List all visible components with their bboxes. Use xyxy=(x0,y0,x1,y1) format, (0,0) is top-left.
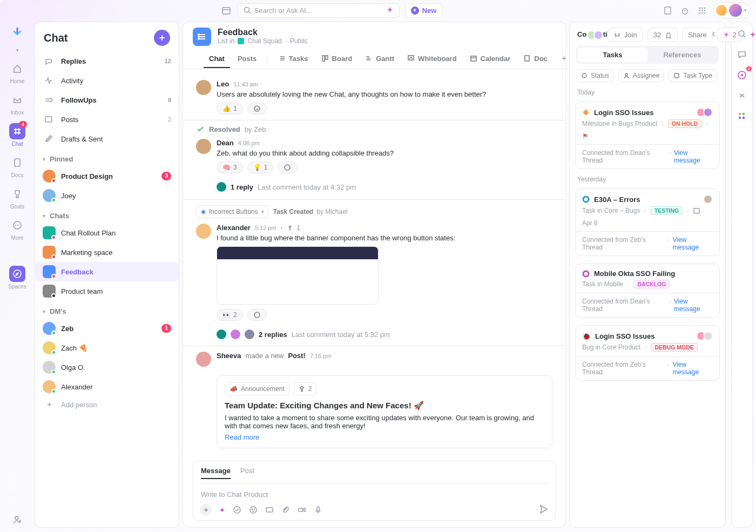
sidebar-replies[interactable]: Replies12 xyxy=(35,51,179,71)
section-chats[interactable]: ▾Chats xyxy=(35,205,179,223)
tab-chat[interactable]: Chat xyxy=(204,50,230,68)
rail-chat[interactable]: 4Chat xyxy=(4,123,30,147)
new-button[interactable]: + New xyxy=(405,3,443,18)
tab-tasks[interactable]: Tasks xyxy=(273,50,314,68)
reaction[interactable]: 🧠3 xyxy=(217,161,243,173)
post-card[interactable]: 📣Announcement 2 Team Update: Exciting Ch… xyxy=(217,375,552,448)
task-chip[interactable]: Incorrect Buttons▾ xyxy=(196,205,269,218)
chat-item-active[interactable]: Feedback xyxy=(35,262,179,281)
app-logo[interactable] xyxy=(10,25,25,40)
ai-icon[interactable]: ✦ xyxy=(219,506,225,514)
author-name[interactable]: Leo xyxy=(217,80,229,88)
tab-gantt[interactable]: Gantt xyxy=(360,50,400,68)
reaction[interactable]: 👀2 xyxy=(217,309,243,321)
dm-item[interactable]: Alexander xyxy=(35,377,179,396)
thread-summary[interactable]: 1 reply Last comment today at 4:32 pm xyxy=(183,179,565,192)
filter-status[interactable]: Status xyxy=(576,69,614,82)
section-dms[interactable]: ▾DM's xyxy=(35,301,179,319)
composer-tab-post[interactable]: Post xyxy=(240,467,254,479)
search-icon[interactable] xyxy=(735,28,748,41)
task-icon[interactable] xyxy=(233,506,241,514)
add-reaction[interactable] xyxy=(247,309,267,321)
sidebar-activity[interactable]: Activity xyxy=(35,71,179,90)
tab-whiteboard[interactable]: Whiteboard xyxy=(402,50,462,68)
rail-spaces[interactable]: Spaces xyxy=(4,266,30,289)
sidebar-drafts[interactable]: Drafts & Sent xyxy=(35,129,179,149)
view-message-link[interactable]: View message xyxy=(674,298,713,313)
dm-item[interactable]: Zeb1 xyxy=(35,319,179,338)
image-attachment[interactable] xyxy=(217,246,379,305)
calendar-icon[interactable] xyxy=(220,4,232,16)
tab-posts[interactable]: Posts xyxy=(232,50,262,68)
member-avatars[interactable] xyxy=(589,30,603,40)
rail-home[interactable]: Home xyxy=(4,60,30,84)
apps-grid-icon[interactable] xyxy=(735,110,748,123)
chat-item[interactable]: Product team xyxy=(35,281,179,301)
member-count[interactable]: 32 xyxy=(647,28,678,42)
notepad-icon[interactable] xyxy=(662,4,673,16)
composer-add-button[interactable]: ＋ xyxy=(200,504,212,516)
add-view[interactable]: ＋ xyxy=(555,49,573,69)
chevron-down-icon[interactable]: ▾ xyxy=(16,48,19,53)
new-chat-button[interactable]: + xyxy=(154,30,170,46)
conn-tab-tasks[interactable]: Tasks xyxy=(578,48,647,62)
section-pinned[interactable]: ▾Pinned xyxy=(35,149,179,166)
connect-icon[interactable] xyxy=(735,89,748,102)
rail-goals[interactable]: Goals xyxy=(4,186,30,210)
add-person[interactable]: ＋Add person xyxy=(35,396,179,413)
connection-card[interactable]: E30A – Errors Task in Core – Bugs·TESTIN… xyxy=(575,188,720,256)
join-button[interactable]: Join xyxy=(608,28,643,42)
share-button[interactable]: Share xyxy=(682,28,713,42)
tab-calendar[interactable]: Calendar xyxy=(464,50,516,68)
post-tag[interactable]: 📣Announcement xyxy=(225,382,289,395)
author-name[interactable]: Sheeva xyxy=(217,352,241,360)
chat-item[interactable]: Chat Rollout Plan xyxy=(35,223,179,243)
send-button[interactable] xyxy=(539,505,549,515)
connection-card[interactable]: Login SSO Issues Milestone in Bugs Produ… xyxy=(575,102,720,169)
view-message-link[interactable]: View message xyxy=(672,361,713,376)
reaction[interactable]: 💡1 xyxy=(247,161,274,173)
pinned-item[interactable]: Joey xyxy=(35,186,179,205)
rail-docs[interactable]: Docs xyxy=(4,154,30,178)
emoji-icon[interactable] xyxy=(249,506,258,514)
mic-icon[interactable] xyxy=(314,506,322,514)
breadcrumb[interactable]: List in Chat Squad · Public xyxy=(218,37,583,45)
pin-count[interactable]: 2 xyxy=(294,382,317,395)
tab-doc[interactable]: Doc xyxy=(518,50,553,68)
gif-icon[interactable] xyxy=(265,506,274,514)
dm-item[interactable]: Olga O. xyxy=(35,358,179,377)
global-search[interactable]: Search or Ask AI... xyxy=(238,3,400,18)
filter-assignee[interactable]: Assignee xyxy=(618,69,664,82)
conn-tab-refs[interactable]: References xyxy=(647,48,717,62)
profile-menu[interactable]: ▾ xyxy=(713,2,750,18)
dm-item[interactable]: Zach 🍕 xyxy=(35,338,179,358)
view-message-link[interactable]: View message xyxy=(674,149,713,164)
view-message-link[interactable]: View message xyxy=(672,236,713,251)
attachment-icon[interactable] xyxy=(281,506,290,514)
rail-invite[interactable] xyxy=(4,511,30,528)
ai-chat-icon[interactable]: 2 xyxy=(735,69,748,82)
sidebar-posts[interactable]: Posts2 xyxy=(35,110,179,129)
read-more[interactable]: Read more xyxy=(225,433,544,441)
composer-input[interactable]: Write to Chat Product xyxy=(200,484,549,504)
timer-icon[interactable] xyxy=(679,4,691,16)
apps-icon[interactable] xyxy=(696,4,708,16)
add-reaction[interactable] xyxy=(278,161,297,173)
filter-tasktype[interactable]: Task Type xyxy=(669,69,717,82)
video-icon[interactable] xyxy=(298,506,306,514)
connection-card[interactable]: Mobile Okta SSO Failing Task in Mobile·B… xyxy=(575,264,720,318)
sidebar-followups[interactable]: FollowUps8 xyxy=(35,90,179,110)
thread-summary[interactable]: 2 replies Last comment today at 5:32 pm xyxy=(183,326,565,339)
tab-board[interactable]: Board xyxy=(316,50,358,68)
connection-card[interactable]: 🐞Login SSO Issues Bug in Core Product·DE… xyxy=(575,325,720,381)
rail-inbox[interactable]: Inbox xyxy=(4,92,30,116)
chat-item[interactable]: Marketing space xyxy=(35,243,179,262)
pinned-item[interactable]: Product Design3 xyxy=(35,166,179,186)
reaction[interactable]: 👍1 xyxy=(217,103,243,115)
composer-tab-message[interactable]: Message xyxy=(201,467,231,479)
author-name[interactable]: Alexander xyxy=(217,224,251,232)
add-reaction[interactable] xyxy=(247,103,267,115)
comments-icon[interactable] xyxy=(735,48,748,61)
author-name[interactable]: Dean xyxy=(217,139,234,147)
rail-more[interactable]: More xyxy=(4,217,30,241)
